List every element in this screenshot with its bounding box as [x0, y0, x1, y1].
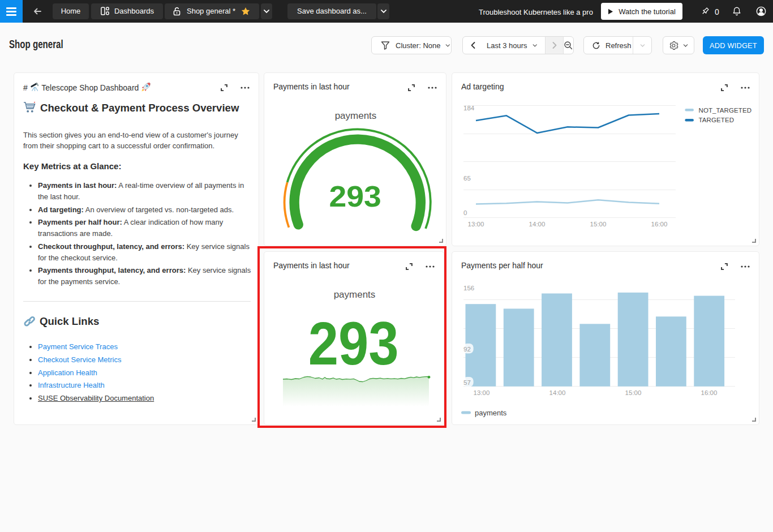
svg-text:14:00: 14:00 — [529, 221, 546, 228]
svg-text:15:00: 15:00 — [625, 389, 642, 396]
svg-text:16:00: 16:00 — [701, 389, 718, 396]
svg-text:92: 92 — [463, 346, 471, 353]
svg-text:65: 65 — [463, 175, 471, 182]
svg-text:57: 57 — [463, 379, 471, 386]
svg-text:184: 184 — [463, 105, 475, 111]
svg-text:0: 0 — [463, 209, 467, 216]
svg-text:16:00: 16:00 — [651, 221, 668, 228]
svg-text:NOT_TARGETED: NOT_TARGETED — [699, 107, 752, 114]
svg-text:14:00: 14:00 — [549, 389, 566, 396]
svg-text:payments: payments — [475, 409, 507, 417]
svg-text:15:00: 15:00 — [590, 221, 607, 228]
svg-text:13:00: 13:00 — [474, 389, 490, 396]
svg-text:293: 293 — [329, 180, 381, 213]
svg-text:156: 156 — [463, 285, 474, 291]
svg-text:TARGETED: TARGETED — [699, 117, 735, 123]
svg-text:13:00: 13:00 — [468, 221, 484, 228]
